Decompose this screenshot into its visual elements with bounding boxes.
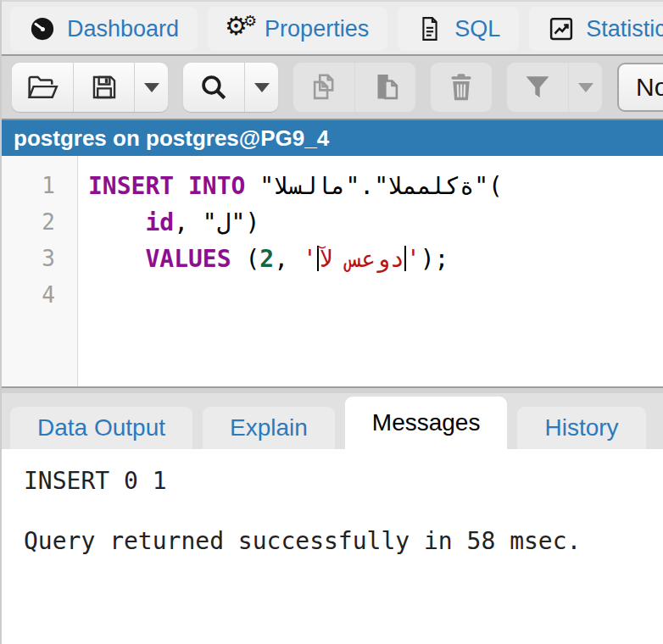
- tab-properties[interactable]: ⚙⚙ Properties: [208, 7, 387, 51]
- save-button[interactable]: [73, 63, 134, 112]
- tab-explain[interactable]: Explain: [203, 407, 335, 449]
- tab-data-output[interactable]: Data Output: [10, 407, 192, 449]
- query-success-text: Query returned successfully in 58 msec.: [24, 523, 663, 559]
- find-menu-button[interactable]: [244, 63, 278, 112]
- pgadmin-window: Dashboard ⚙⚙ Properties SQL Statistics ☝…: [0, 0, 663, 644]
- token-keyword: VALUES: [145, 245, 245, 273]
- connection-title: postgres on postgres@PG9_4: [14, 125, 329, 152]
- find-button-group: [183, 63, 278, 112]
- connection-bar: postgres on postgres@PG9_4: [2, 120, 663, 156]
- filter-menu-button[interactable]: [568, 63, 602, 112]
- token-string: آل سعود: [319, 245, 404, 273]
- chevron-down-icon: [254, 83, 270, 92]
- tab-label: SQL: [454, 16, 500, 42]
- gauge-icon: [29, 15, 56, 42]
- tab-messages[interactable]: Messages: [345, 397, 508, 449]
- row-limit-select[interactable]: No: [617, 63, 663, 112]
- panel-tab-bar: Dashboard ⚙⚙ Properties SQL Statistics ☝…: [2, 0, 663, 56]
- code-line: [88, 277, 663, 314]
- paste-button[interactable]: [354, 63, 415, 112]
- trash-icon: [447, 72, 476, 103]
- filter-button-group: [507, 63, 602, 112]
- tab-label: Properties: [265, 16, 369, 42]
- query-toolbar: No: [2, 56, 663, 120]
- search-icon: [199, 73, 228, 102]
- tab-label: Messages: [372, 409, 481, 436]
- output-tab-bar: Data Output Explain Messages History: [2, 393, 663, 449]
- find-button[interactable]: [183, 63, 244, 112]
- messages-panel: INSERT 0 1 Query returned successfully i…: [2, 449, 663, 644]
- save-icon: [90, 73, 119, 102]
- panel-splitter[interactable]: [2, 386, 663, 393]
- line-number: 3: [2, 241, 77, 277]
- copy-icon: [309, 71, 339, 103]
- save-menu-button[interactable]: [134, 63, 168, 112]
- delete-button-group: [431, 63, 492, 112]
- token-plain: [88, 208, 145, 236]
- tab-label: Data Output: [37, 414, 165, 441]
- code-line: VALUES (2, 'آل سعود');: [88, 241, 663, 277]
- tab-label: Statistics: [586, 16, 663, 42]
- filter-icon: [523, 74, 552, 101]
- tab-dashboard[interactable]: Dashboard: [10, 7, 198, 51]
- clipboard-button-group: [293, 63, 415, 112]
- tab-sql[interactable]: SQL: [398, 7, 519, 51]
- token-plain: (: [245, 245, 259, 273]
- filter-button[interactable]: [507, 63, 568, 112]
- file-button-group: [12, 63, 168, 112]
- token-keyword: id: [145, 208, 174, 236]
- chevron-down-icon: [144, 83, 159, 92]
- code-line: id, "ل"): [88, 204, 663, 241]
- tab-history[interactable]: History: [517, 407, 645, 449]
- tab-label: Dashboard: [67, 16, 179, 42]
- token-keyword: INSERT INTO: [88, 172, 259, 200]
- token-plain: [88, 245, 145, 273]
- token-string: ': [406, 245, 421, 273]
- line-number: 1: [2, 168, 77, 204]
- token-string: ': [303, 245, 317, 273]
- chart-line-icon: [548, 15, 575, 42]
- open-file-button[interactable]: [12, 63, 73, 112]
- paste-icon: [370, 71, 401, 103]
- row-limit-value: No: [636, 73, 663, 102]
- copy-button[interactable]: [293, 63, 354, 112]
- gears-icon: ⚙⚙: [226, 15, 254, 42]
- sql-code-area[interactable]: INSERT INTO "السلام"."المملكة"( id, "ل")…: [78, 156, 663, 386]
- tab-label: History: [544, 414, 618, 441]
- token-plain: );: [421, 245, 449, 273]
- line-number-gutter: 1234: [2, 156, 78, 386]
- tab-label: Explain: [230, 414, 308, 441]
- code-line: INSERT INTO "السلام"."المملكة"(: [88, 168, 663, 204]
- folder-open-icon: [26, 73, 58, 102]
- line-number: 4: [2, 277, 77, 314]
- token-plain: "السلام"."المملكة"(: [259, 172, 503, 200]
- line-number: 2: [2, 204, 77, 241]
- token-plain: , "ل"): [174, 208, 259, 236]
- sql-editor: 1234 INSERT INTO "السلام"."المملكة"( id,…: [2, 156, 663, 386]
- tab-statistics[interactable]: Statistics: [529, 7, 663, 51]
- token-number: 2: [259, 245, 274, 273]
- command-status-text: INSERT 0 1: [24, 463, 663, 499]
- sql-file-icon: [416, 15, 443, 42]
- token-plain: ,: [274, 245, 303, 273]
- chevron-down-icon: [578, 83, 593, 92]
- delete-row-button[interactable]: [431, 63, 492, 112]
